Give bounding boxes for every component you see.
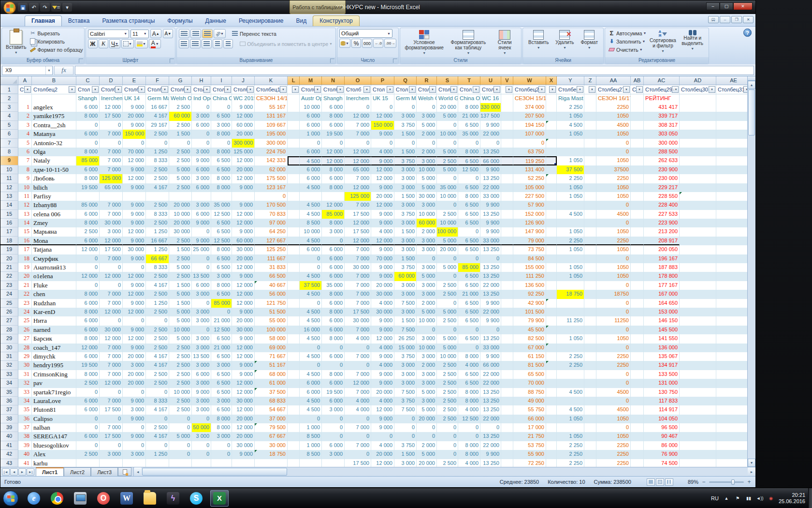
row-header-14[interactable]: 14 (0, 201, 18, 209)
cell-M23[interactable]: 37 500 (300, 281, 322, 290)
row-header-17[interactable]: 17 (0, 227, 18, 236)
cell-I16[interactable]: 6 500 (211, 219, 232, 227)
cell-N13[interactable] (322, 192, 345, 201)
scroll-up-arrow[interactable]: ▲ (748, 81, 755, 89)
cell-U24[interactable]: 13 250 (480, 290, 501, 299)
cell-U20[interactable]: 0 (480, 254, 501, 263)
cell-W30[interactable]: 67 000 (513, 344, 546, 352)
cell-P17[interactable]: 4 000 (371, 227, 394, 236)
cell-F8[interactable]: 1 250 (146, 148, 169, 156)
cell-E38[interactable]: 9 000 (123, 415, 146, 423)
cell-E37[interactable]: 3 000 (123, 405, 146, 414)
filter-button-G[interactable]: ▼ (184, 86, 191, 93)
cell-N29[interactable]: 8 000 (322, 334, 345, 343)
clock[interactable]: 20:21 25.06.2016 (779, 492, 805, 505)
cell-R23[interactable]: 3 000 (417, 281, 437, 290)
cell-T4[interactable]: 21 000 (458, 112, 480, 120)
filter-button-Q[interactable]: ▼ (409, 86, 416, 93)
cell-AD35[interactable] (680, 388, 716, 397)
cell-Z5[interactable] (584, 121, 596, 130)
taskbar-item-explorer-folder[interactable] (141, 490, 159, 507)
cell-E32[interactable]: 3 000 (123, 361, 146, 370)
cell-G43[interactable] (169, 459, 192, 467)
cell-N4[interactable]: 8 000 (322, 112, 345, 120)
column-header-U[interactable]: U (480, 76, 501, 85)
cell-F20[interactable]: 66 667 (146, 254, 169, 263)
cell-F42[interactable]: 1 250 (146, 450, 169, 459)
fill-color-button[interactable]: ▼ (135, 39, 148, 48)
cell-O25[interactable]: 7 000 (345, 299, 371, 308)
cell-J23[interactable]: 12 000 (232, 281, 255, 290)
cell-Q28[interactable]: 7 500 (394, 326, 417, 334)
cell-Z10[interactable] (584, 165, 596, 174)
cell-Y8[interactable] (557, 148, 584, 156)
cell-J27[interactable]: 20 000 (232, 316, 255, 325)
cell-L39[interactable] (288, 423, 300, 432)
cell-AE35[interactable] (716, 388, 747, 397)
decrease-decimal-button[interactable]: .00→ (384, 39, 396, 48)
cell-O27[interactable]: 30 000 (345, 316, 371, 325)
cell-T24[interactable]: 21 000 (458, 290, 480, 299)
cell-L18[interactable] (288, 237, 300, 245)
cell-AE25[interactable] (716, 299, 747, 308)
cell-V36[interactable] (501, 397, 513, 405)
cell-Y43[interactable]: 2 250 (557, 459, 584, 467)
cell-G14[interactable]: 20 000 (169, 201, 192, 209)
row-header-26[interactable]: 26 (0, 308, 18, 316)
cell-AC4[interactable]: 339 717 (644, 112, 680, 120)
cell-O22[interactable]: 7 000 (345, 272, 371, 281)
cell-R26[interactable]: 5 000 (417, 308, 437, 316)
cell-K16[interactable]: 97 000 (255, 219, 288, 227)
event-label-R[interactable]: Welsh C (417, 94, 437, 103)
cell-C38[interactable]: 0 (76, 415, 100, 423)
cell-Y20[interactable] (557, 254, 584, 263)
cell-W10[interactable]: 131 400 (513, 165, 546, 174)
cell-E39[interactable]: 0 (123, 423, 146, 432)
cell-Z17[interactable] (584, 227, 596, 236)
cell-C16[interactable]: 8 000 (76, 219, 100, 227)
cell-I6[interactable]: 8 000 (211, 130, 232, 138)
cell-H26[interactable]: 3 000 (192, 308, 211, 316)
cell-Y32[interactable]: 2 250 (557, 361, 584, 370)
cell-L35[interactable] (288, 388, 300, 397)
cell-R30[interactable]: 10 000 (417, 344, 437, 352)
cell-F16[interactable]: 2 500 (146, 219, 169, 227)
cell-Y37[interactable]: 4 500 (557, 405, 584, 414)
cell-I7[interactable]: 0 (211, 139, 232, 148)
cell-S35[interactable]: 2 500 (437, 388, 458, 397)
cell-AC6[interactable]: 303 050 (644, 130, 680, 138)
cell-M32[interactable]: 0 (300, 361, 322, 370)
cell-H31[interactable]: 13 500 (192, 352, 211, 361)
cell-K42[interactable]: 18 750 (255, 450, 288, 459)
cell-P19[interactable]: 9 000 (371, 245, 394, 254)
align-middle-button[interactable] (190, 29, 201, 38)
cell-AA14[interactable]: 0 (596, 201, 631, 209)
cell-AC22[interactable]: 178 800 (644, 272, 680, 281)
cell-W11[interactable]: 52 250 (513, 174, 546, 183)
cell-T43[interactable]: 4 000 (458, 459, 480, 467)
ribbon-tab-4[interactable]: Формулы (161, 16, 199, 26)
cell-M3[interactable]: 10 000 (300, 103, 322, 112)
cell-Q11[interactable]: 3 000 (394, 174, 417, 183)
cell-S42[interactable]: 0 (437, 450, 458, 459)
event-label-AE[interactable] (716, 94, 747, 103)
cell-AC25[interactable]: 164 650 (644, 299, 680, 308)
cell-L19[interactable] (288, 245, 300, 254)
cell-B28[interactable]: narned (32, 326, 76, 334)
event-label-W[interactable]: СЕЗОН 15/16 (513, 94, 546, 103)
cell-P33[interactable]: 9 000 (371, 370, 394, 379)
cell-R19[interactable]: 3 000 (417, 245, 437, 254)
cell-AD4[interactable] (680, 112, 716, 120)
cell-G41[interactable]: 0 (169, 441, 192, 450)
cell-S9[interactable]: 2 500 (437, 156, 458, 165)
cell-Y16[interactable] (557, 219, 584, 227)
row-header-24[interactable]: 24 (0, 290, 18, 299)
cell-A30[interactable]: 28 (18, 344, 32, 352)
cell-E33[interactable]: 20 000 (123, 370, 146, 379)
cell-J39[interactable]: 12 000 (232, 423, 255, 432)
event-label-I[interactable]: China C (211, 94, 232, 103)
cell-A27[interactable]: 25 (18, 316, 32, 325)
cell-R40[interactable]: 0 (417, 432, 437, 441)
cell-I21[interactable]: 6 500 (211, 263, 232, 272)
row-header-8[interactable]: 8 (0, 148, 18, 156)
